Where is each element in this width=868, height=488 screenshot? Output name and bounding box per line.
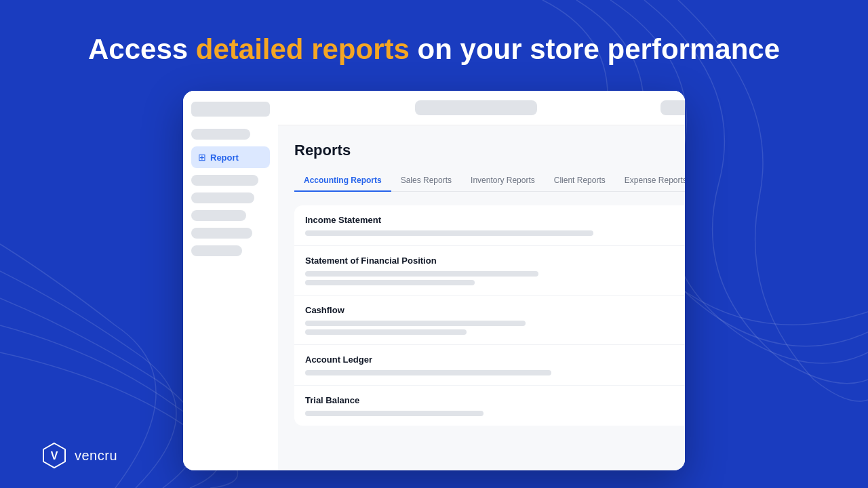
report-item-income-statement[interactable]: Income Statement › [294, 205, 685, 246]
report-item-left: Statement of Financial Position [305, 256, 685, 285]
headline-suffix: on your store performance [410, 33, 780, 65]
tab-sales-reports[interactable]: Sales Reports [391, 170, 461, 192]
page-content: Access detailed reports on your store pe… [0, 0, 868, 488]
report-item-cashflow[interactable]: Cashflow › [294, 296, 685, 345]
main-headline: Access detailed reports on your store pe… [88, 33, 780, 66]
sidebar-item-report[interactable]: ⊞ Report [191, 146, 270, 168]
svg-text:V: V [51, 450, 58, 462]
cashflow-skeletons [305, 321, 685, 335]
skeleton-line [305, 280, 475, 285]
sidebar-skeleton-2 [191, 175, 258, 186]
topbar-right [660, 99, 685, 117]
sidebar-skeleton-1 [191, 129, 250, 140]
sidebar-skeleton-4 [191, 210, 246, 221]
report-grid-icon: ⊞ [198, 152, 206, 163]
tab-inventory-reports[interactable]: Inventory Reports [461, 170, 545, 192]
sidebar: ⊞ Report [183, 91, 278, 470]
topbar-btn-skeleton [660, 100, 685, 115]
skeleton-line [305, 329, 467, 335]
report-item-account-ledger[interactable]: Account Ledger › [294, 345, 685, 386]
income-statement-title: Income Statement [305, 215, 685, 225]
tab-expense-reports[interactable]: Expense Reports [615, 170, 685, 192]
report-item-trial-balance[interactable]: Trial Balance › [294, 386, 685, 426]
account-ledger-title: Account Ledger [305, 354, 685, 365]
app-window: ⊞ Report [183, 91, 685, 470]
sidebar-skeleton-3 [191, 192, 254, 203]
vencru-brand-name: vencru [75, 448, 117, 464]
topbar [278, 91, 685, 125]
financial-position-skeletons [305, 271, 685, 285]
report-item-left: Income Statement [305, 215, 685, 236]
tab-accounting-reports[interactable]: Accounting Reports [294, 170, 391, 192]
skeleton-line [305, 230, 593, 236]
report-list: Income Statement › Statement of Financia… [294, 205, 685, 426]
financial-position-title: Statement of Financial Position [305, 256, 685, 266]
headline-highlight: detailed reports [196, 33, 410, 65]
income-statement-skeletons [305, 230, 685, 236]
reports-content: Reports Accounting Reports Sales Reports… [278, 125, 685, 470]
skeleton-line [305, 321, 526, 326]
skeleton-line [305, 411, 484, 416]
report-item-left: Cashflow [305, 305, 685, 335]
skeleton-line [305, 370, 551, 375]
main-area: Reports Accounting Reports Sales Reports… [278, 91, 685, 470]
reports-title: Reports [294, 142, 685, 159]
sidebar-skeleton-5 [191, 228, 252, 239]
skeleton-line [305, 271, 538, 277]
trial-balance-title: Trial Balance [305, 395, 685, 405]
headline-prefix: Access [88, 33, 196, 65]
reports-tabs: Accounting Reports Sales Reports Invento… [294, 170, 685, 192]
trial-balance-skeletons [305, 411, 685, 416]
sidebar-skeleton-6 [191, 245, 242, 256]
logo-area: V vencru [41, 442, 117, 469]
tab-client-reports[interactable]: Client Reports [545, 170, 615, 192]
report-item-left: Account Ledger [305, 354, 685, 375]
report-item-financial-position[interactable]: Statement of Financial Position › [294, 246, 685, 296]
topbar-search-skeleton [415, 100, 537, 115]
sidebar-active-label: Report [210, 152, 239, 163]
account-ledger-skeletons [305, 370, 685, 375]
vencru-logo-icon: V [41, 442, 68, 469]
sidebar-logo-skeleton [191, 102, 270, 117]
cashflow-title: Cashflow [305, 305, 685, 315]
topbar-center [415, 100, 537, 115]
report-item-left: Trial Balance [305, 395, 685, 416]
